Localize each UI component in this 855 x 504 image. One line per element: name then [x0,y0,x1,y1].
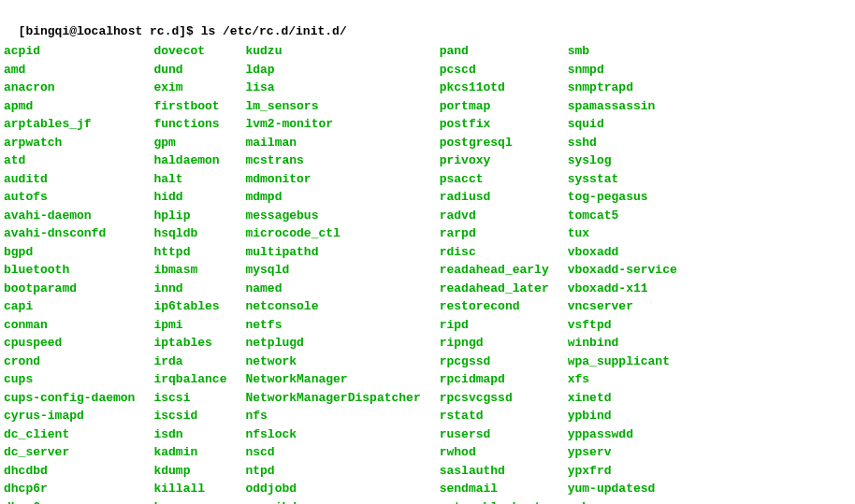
file-entry: innd [153,280,226,298]
file-entry: ibmasm [153,261,226,280]
file-entry: exim [153,79,226,97]
file-entry: mdmonitor [245,170,420,189]
file-entry: sshd [568,134,677,152]
file-entry: amd [4,61,135,79]
file-entry: apmd [4,97,135,116]
listing-column: pandpcscdpkcs11otdportmappostfixpostgres… [440,42,568,504]
file-entry: lisa [245,79,420,97]
file-entry: ldap [245,61,420,79]
file-entry: sendmail [440,480,549,498]
file-entry: tomcat5 [568,207,677,225]
file-entry: mdmpd [245,188,420,207]
file-entry: smb [568,42,677,61]
file-entry: saslauthd [440,462,549,481]
file-entry: radiusd [440,188,549,207]
file-entry: bluetooth [4,261,135,280]
file-entry: ypbind [568,407,677,425]
file-entry: rpcidmapd [440,370,549,389]
file-entry: ypserv [568,443,677,462]
listing-column: acpidamdanacronapmdarptables_jfarpwatcha… [4,42,153,504]
file-entry: privoxy [440,151,549,170]
file-entry: rwhod [440,443,549,462]
file-entry: ripngd [440,334,549,353]
file-entry: syslog [568,151,677,170]
file-entry: kprop [153,498,226,505]
file-entry: dhcdbd [4,462,135,481]
file-entry: sysstat [568,170,677,189]
file-entry: firstboot [153,97,226,116]
file-entry: haldaemon [153,151,226,170]
file-entry: halt [153,170,226,189]
file-entry: iscsi [153,389,226,408]
file-entry: postfix [440,115,549,134]
file-entry: kadmin [153,443,226,462]
file-entry: rdisc [440,243,549,262]
file-entry: readahead_later [440,280,549,298]
file-entry: pand [440,42,549,61]
file-entry: restorecond [440,297,549,316]
file-entry: nfs [245,407,420,425]
file-entry: zebra [568,498,677,505]
file-entry: kdump [153,462,226,481]
file-entry: yppasswdd [568,425,677,444]
file-entry: xinetd [568,389,677,408]
file-entry: functions [153,115,226,134]
file-entry: isdn [153,425,226,444]
file-entry: vboxadd [568,243,677,262]
file-entry: avahi-daemon [4,207,135,225]
file-entry: irqbalance [153,370,226,389]
file-entry: arpwatch [4,134,135,152]
file-entry: dund [153,61,226,79]
file-entry: netconsole [245,297,420,316]
file-entry: cups [4,370,135,389]
file-entry: pkcs11otd [440,79,549,97]
file-entry: vncserver [568,297,677,316]
file-entry: dovecot [153,42,226,61]
file-entry: lvm2-monitor [245,115,420,134]
file-entry: killall [153,480,226,498]
file-entry: tog-pegasus [568,188,677,207]
file-entry: iscsid [153,407,226,425]
file-entry: hplip [153,207,226,225]
file-entry: multipathd [245,243,420,262]
prompt-command: ls /etc/rc.d/init.d/ [201,24,347,38]
file-entry: iptables [153,334,226,353]
file-entry: psacct [440,170,549,189]
file-entry: setroubleshoot [440,498,549,505]
file-entry: arptables_jf [4,115,135,134]
file-entry: ypxfrd [568,462,677,481]
file-entry: crond [4,353,135,371]
file-entry: hidd [153,188,226,207]
file-entry: ntpd [245,462,420,481]
file-entry: avahi-dnsconfd [4,224,135,243]
file-entry: conman [4,316,135,335]
file-entry: lm_sensors [245,97,420,116]
file-entry: cyrus-imapd [4,407,135,425]
file-entry: mysqld [245,261,420,280]
file-entry: irda [153,353,226,371]
file-entry: wpa_supplicant [568,353,677,371]
file-entry: squid [568,115,677,134]
file-entry: snmptrapd [568,79,677,97]
file-entry: tux [568,224,677,243]
file-entry: autofs [4,188,135,207]
file-entry: rarpd [440,224,549,243]
file-entry: ip6tables [153,297,226,316]
file-entry: named [245,280,420,298]
file-entry: mcstrans [245,151,420,170]
file-entry: vsftpd [568,316,677,335]
file-entry: atd [4,151,135,170]
file-entry: auditd [4,170,135,189]
file-entry: dhcp6s [4,498,135,505]
file-entry: mailman [245,134,420,152]
file-entry: NetworkManager [245,370,420,389]
file-entry: rstatd [440,407,549,425]
file-entry: rpcgssd [440,353,549,371]
listing-column: kudzuldaplisalm_sensorslvm2-monitormailm… [245,42,439,504]
file-entry: network [245,353,420,371]
file-entry: portmap [440,97,549,116]
file-listing: acpidamdanacronapmdarptables_jfarpwatcha… [4,42,851,504]
file-entry: kudzu [245,42,420,61]
file-entry: spamassassin [568,97,677,116]
file-entry: rusersd [440,425,549,444]
